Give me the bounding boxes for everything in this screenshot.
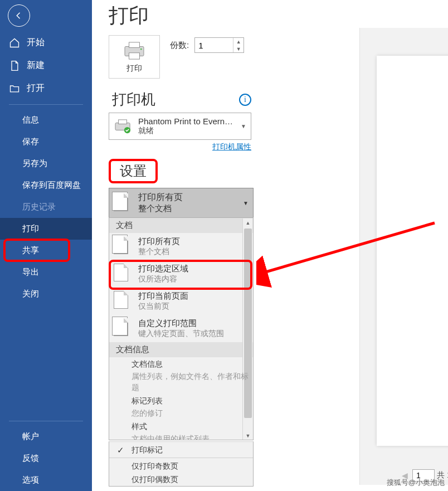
dropdown-header-docinfo: 文档信息 — [109, 342, 253, 357]
folder-open-icon — [9, 83, 20, 94]
item-sub: 整个文档 — [138, 247, 180, 257]
copies-input[interactable] — [195, 39, 233, 52]
printer-status-icon — [114, 119, 133, 134]
document-selection-icon — [114, 264, 133, 283]
sidebar-item-label: 反馈 — [22, 453, 39, 464]
spinner-up-icon[interactable]: ▲ — [233, 38, 244, 45]
scope-sub: 整个文档 — [138, 203, 240, 214]
item-title: 打印当前页面 — [138, 291, 188, 302]
dropdown-header-document: 文档 — [109, 218, 253, 233]
arrow-left-icon — [14, 11, 24, 21]
sidebar-item-label: 打印 — [22, 223, 39, 234]
printer-icon — [121, 41, 147, 60]
sidebar-separator — [9, 421, 83, 421]
dropdown-item-docinfo[interactable]: 文档信息 — [109, 357, 253, 371]
item-sub: 仅所选内容 — [138, 274, 188, 284]
sidebar-item-label: 新建 — [27, 60, 45, 71]
sidebar-item-open[interactable]: 打开 — [0, 77, 92, 100]
print-button-label: 打印 — [126, 64, 142, 74]
item-title: 自定义打印范围 — [138, 318, 224, 329]
file-icon — [9, 60, 20, 71]
print-preview-page — [377, 56, 448, 446]
dropdown-item-print-selection[interactable]: 打印选定区域 仅所选内容 — [109, 260, 253, 288]
print-preview-area: ◀ 共 1 页 — [359, 28, 448, 485]
sidebar-item-history: 历史记录 — [0, 196, 92, 218]
sidebar-item-options[interactable]: 选项 — [0, 469, 92, 491]
dropdown-item-docinfo-desc: 属性列表，例如文件名、作者和标题 — [109, 371, 253, 394]
backstage-sidebar: 开始 新建 打开 信息 保存 另存为 保存到百度网盘 历史记录 打印 共享 导出… — [0, 0, 92, 491]
printer-section-title: 打印机 — [109, 90, 159, 109]
sidebar-item-share[interactable]: 共享 — [0, 240, 92, 261]
sidebar-item-label: 帐户 — [22, 431, 39, 442]
spinner-down-icon[interactable]: ▼ — [233, 45, 244, 52]
sidebar-item-label: 导出 — [22, 267, 39, 278]
printer-properties-link[interactable]: 打印机属性 — [212, 142, 251, 151]
info-icon[interactable]: i — [239, 94, 251, 106]
sidebar-item-saveas[interactable]: 另存为 — [0, 153, 92, 174]
sidebar-item-label: 保存到百度网盘 — [22, 180, 81, 191]
print-scope-selector[interactable]: 打印所有页 整个文档 ▼ — [109, 188, 254, 218]
page-title: 打印 — [109, 2, 448, 30]
printer-status: 就绪 — [138, 126, 237, 136]
copies-row: 份数: ▲ ▼ — [170, 35, 244, 53]
printer-selector[interactable]: Phantom Print to Evern… 就绪 ▼ — [109, 113, 251, 140]
chevron-down-icon: ▼ — [243, 200, 249, 206]
sidebar-separator — [9, 104, 83, 105]
back-button[interactable] — [8, 4, 30, 27]
dropdown-item-markup-desc: 您的修订 — [109, 407, 253, 420]
dropdown-item-print-all[interactable]: 打印所有页 整个文档 — [109, 233, 253, 260]
sidebar-item-label: 历史记录 — [22, 202, 56, 212]
print-button[interactable]: 打印 — [109, 35, 160, 79]
scroll-up-icon[interactable]: ▲ — [243, 218, 253, 227]
item-sub: 仅当前页 — [138, 302, 188, 312]
sidebar-item-export[interactable]: 导出 — [0, 261, 92, 283]
sidebar-item-label: 另存为 — [22, 158, 47, 169]
sidebar-item-new[interactable]: 新建 — [0, 54, 92, 77]
scope-title: 打印所有页 — [138, 192, 240, 203]
svg-point-3 — [140, 48, 142, 50]
sidebar-item-label: 信息 — [22, 115, 39, 125]
svg-rect-1 — [129, 42, 140, 47]
dropdown-item-styles[interactable]: 样式 — [109, 420, 253, 433]
print-backstage-main: ◀ 共 1 页 打印 打印 份数: ▲ ▼ — [92, 0, 448, 491]
sidebar-item-label: 选项 — [22, 475, 39, 485]
copies-label: 份数: — [170, 40, 189, 51]
copies-spinner[interactable]: ▲ ▼ — [194, 37, 244, 53]
item-title: 打印所有页 — [138, 236, 180, 247]
dropdown-item-print-markup[interactable]: 打印标记 — [109, 443, 253, 456]
sidebar-item-account[interactable]: 帐户 — [0, 426, 92, 448]
watermark: 搜狐号@小奥泡泡 — [387, 478, 445, 488]
sidebar-item-label: 保存 — [22, 137, 39, 147]
svg-rect-5 — [119, 119, 127, 123]
dropdown-item-custom-range[interactable]: 自定义打印范围 键入特定页面、节或范围 — [109, 315, 253, 342]
svg-rect-2 — [129, 53, 140, 59]
dropdown-item-even-pages[interactable]: 仅打印偶数页 — [109, 473, 253, 486]
sidebar-item-print[interactable]: 打印 — [0, 218, 92, 240]
sidebar-item-label: 开始 — [27, 37, 45, 48]
sidebar-item-save-baidu[interactable]: 保存到百度网盘 — [0, 174, 92, 196]
dropdown-item-print-current[interactable]: 打印当前页面 仅当前页 — [109, 288, 253, 315]
item-sub: 键入特定页面、节或范围 — [138, 329, 224, 339]
dropdown-item-markup-list[interactable]: 标记列表 — [109, 394, 253, 407]
sidebar-item-label: 关闭 — [22, 289, 39, 299]
sidebar-item-home[interactable]: 开始 — [0, 31, 92, 54]
print-scope-dropdown: ▲ ▼ 文档 打印所有页 整个文档 打印选定区域 仅所选内容 打印当前页面 仅当… — [109, 217, 254, 440]
home-icon — [9, 37, 20, 48]
dropdown-item-odd-pages[interactable]: 仅打印奇数页 — [109, 459, 253, 473]
sidebar-item-feedback[interactable]: 反馈 — [0, 448, 92, 469]
document-icon — [114, 291, 133, 310]
settings-section-title: 设置 — [116, 163, 150, 178]
sidebar-item-info[interactable]: 信息 — [0, 109, 92, 131]
item-title: 打印选定区域 — [138, 264, 188, 274]
printer-name: Phantom Print to Evern… — [138, 116, 237, 126]
sidebar-item-label: 共享 — [22, 245, 39, 256]
sidebar-item-save[interactable]: 保存 — [0, 131, 92, 153]
chevron-down-icon: ▼ — [241, 123, 246, 129]
dropdown-item-styles-desc: 文档中使用的样式列表 — [109, 433, 253, 440]
document-stack-icon — [114, 193, 133, 212]
sidebar-item-label: 打开 — [27, 82, 45, 94]
annotation-settings-highlight: 设置 — [109, 159, 158, 183]
document-range-icon — [114, 318, 133, 337]
document-stack-icon — [114, 236, 133, 255]
sidebar-item-close[interactable]: 关闭 — [0, 283, 92, 305]
